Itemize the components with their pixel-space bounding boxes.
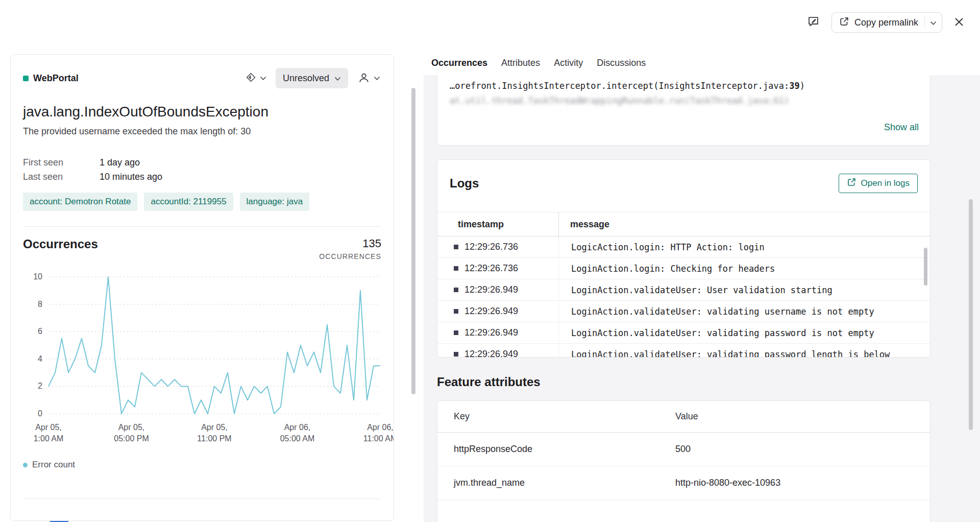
log-message: LoginAction.login: Checking for headers <box>559 258 930 279</box>
feature-attributes-heading: Feature attributes <box>437 375 980 389</box>
x-axis-labels: Apr 05,1:00 AMApr 05,05:00 PMApr 05,11:0… <box>23 418 382 444</box>
timestamp-column-header: timestamp <box>437 212 559 236</box>
log-status-square-icon <box>454 352 458 357</box>
log-timestamp: 12:29:26.949 <box>464 327 518 338</box>
open-in-logs-label: Open in logs <box>861 178 910 188</box>
status-dropdown[interactable]: Unresolved <box>276 68 348 88</box>
line-chart: 0246810 <box>23 270 382 418</box>
error-tracking-side-panel: Copy permalink WebPortal <box>0 0 980 522</box>
log-status-square-icon <box>454 245 458 249</box>
value-column-header: Value <box>675 411 930 422</box>
divider <box>924 17 925 28</box>
issue-summary-panel: WebPortal Unresolved <box>10 54 394 521</box>
svg-text:0: 0 <box>38 409 42 418</box>
feature-attributes-table-header: Key Value <box>437 401 930 433</box>
priority-selector[interactable] <box>244 70 267 86</box>
tag-language[interactable]: language: java <box>240 193 310 211</box>
log-row[interactable]: 12:29:26.736 LoginAction.login: Checking… <box>437 258 930 279</box>
seen-info: First seen 1 day ago Last seen 10 minute… <box>23 157 381 182</box>
tab-discussions[interactable]: Discussions <box>597 58 646 75</box>
svg-text:10: 10 <box>33 272 42 281</box>
log-timestamp: 12:29:26.949 <box>464 306 518 317</box>
feedback-icon <box>806 15 820 30</box>
copy-permalink-button[interactable]: Copy permalink <box>831 12 942 33</box>
feature-attribute-row[interactable]: httpResponseCode 500 <box>437 433 930 466</box>
service-row: WebPortal Unresolved <box>23 68 381 88</box>
permalink-icon <box>839 16 849 29</box>
svg-text:6: 6 <box>38 327 42 336</box>
last-seen-value: 10 minutes ago <box>100 172 381 182</box>
left-panel-scrollbar[interactable] <box>411 88 415 394</box>
log-timestamp: 12:29:26.736 <box>464 242 518 252</box>
feedback-button[interactable] <box>804 13 822 32</box>
assignee-selector[interactable] <box>356 70 381 87</box>
log-message: LoginAction.validateUser: User validatio… <box>559 279 930 300</box>
status-label: Unresolved <box>283 73 329 84</box>
x-axis-label: Apr 05,11:00 PM <box>197 422 231 444</box>
logs-table: timestamp message 12:29:26.736 LogicActi… <box>437 212 930 358</box>
legend-label[interactable]: Error count <box>32 460 75 470</box>
logs-table-header: timestamp message <box>437 212 930 236</box>
stack-frame[interactable]: …orefront.InsightsInterceptor.intercept(… <box>450 79 918 93</box>
external-link-icon <box>847 177 856 189</box>
detail-scroll-area: …orefront.InsightsInterceptor.intercept(… <box>424 75 980 522</box>
occurrences-count: 135 <box>319 237 381 250</box>
tab-activity[interactable]: Activity <box>554 58 583 75</box>
priority-diamond-icon <box>245 72 257 85</box>
copy-permalink-label: Copy permalink <box>854 17 918 28</box>
x-axis-label: Apr 06,11:00 AM <box>363 422 394 444</box>
x-axis-label: Apr 05,1:00 AM <box>34 422 64 444</box>
divider <box>23 499 381 499</box>
assignee-person-icon <box>357 71 371 86</box>
stack-frame-blurred: at.util.thread.TaskThreadWrappingRunnabl… <box>450 94 918 108</box>
close-panel-button[interactable] <box>951 14 967 31</box>
first-seen-label: First seen <box>23 157 100 168</box>
attribute-value: 500 <box>675 444 930 455</box>
attribute-value: http-nio-8080-exec-10963 <box>675 478 930 488</box>
tab-occurrences[interactable]: Occurrences <box>431 58 487 75</box>
first-seen-value: 1 day ago <box>100 157 381 168</box>
svg-text:2: 2 <box>38 382 42 390</box>
legend-dot <box>23 463 28 467</box>
divider <box>23 226 381 227</box>
key-column-header: Key <box>437 411 675 422</box>
log-message: LogicAction.login: HTTP Action: login <box>559 236 930 257</box>
panel-scrollbar[interactable] <box>969 199 973 430</box>
occurrences-chart[interactable]: 0246810 Apr 05,1:00 AMApr 05,05:00 PMApr… <box>23 270 382 444</box>
log-status-square-icon <box>454 330 458 335</box>
occurrences-count-label: OCCURRENCES <box>319 252 381 260</box>
tag-account-id[interactable]: accountId: 2119955 <box>144 193 233 211</box>
log-message: LoginAction.validateUser: validating pas… <box>559 344 930 358</box>
service-name[interactable]: WebPortal <box>33 73 79 84</box>
feature-attributes-card: Key Value httpResponseCode 500 jvm.threa… <box>437 400 930 522</box>
tab-attributes[interactable]: Attributes <box>501 58 540 75</box>
stack-frame-text: ) <box>800 81 805 91</box>
svg-text:8: 8 <box>38 300 42 309</box>
log-row[interactable]: 12:29:26.949 LoginAction.validateUser: v… <box>437 344 930 358</box>
show-all-link[interactable]: Show all <box>884 122 919 132</box>
logs-heading: Logs <box>450 176 479 191</box>
log-row[interactable]: 12:29:26.949 LoginAction.validateUser: v… <box>437 301 930 322</box>
occurrences-header: Occurrences 135 OCCURRENCES <box>23 237 381 260</box>
detail-tabs: Occurrences Attributes Activity Discussi… <box>424 55 980 75</box>
tag-account[interactable]: account: Demotron Rotate <box>23 193 137 211</box>
service-color-swatch <box>23 76 29 81</box>
log-row[interactable]: 12:29:26.949 LoginAction.validateUser: v… <box>437 322 930 344</box>
svg-text:4: 4 <box>38 354 42 363</box>
occurrences-heading: Occurrences <box>23 237 98 251</box>
stack-frame-text: …orefront.InsightsInterceptor.intercept(… <box>450 81 789 91</box>
feature-attribute-row[interactable]: jvm.thread_name http-nio-8080-exec-10963 <box>437 466 930 500</box>
stack-frame-line-number: 39 <box>789 81 799 91</box>
log-message: LoginAction.validateUser: validating use… <box>559 301 930 322</box>
logs-table-scrollbar[interactable] <box>924 248 927 286</box>
chevron-down-icon[interactable] <box>930 17 937 28</box>
x-axis-label: Apr 05,05:00 PM <box>114 422 149 444</box>
log-row[interactable]: 12:29:26.736 LogicAction.login: HTTP Act… <box>437 236 930 258</box>
issue-title: java.lang.IndexOutOfBoundsException <box>23 104 381 120</box>
log-status-square-icon <box>454 309 458 314</box>
chart-legend: Error count <box>23 460 381 470</box>
log-timestamp: 12:29:26.949 <box>464 284 518 295</box>
chevron-down-icon <box>334 73 341 84</box>
open-in-logs-button[interactable]: Open in logs <box>839 174 918 193</box>
log-row[interactable]: 12:29:26.949 LoginAction.validateUser: U… <box>437 279 930 301</box>
